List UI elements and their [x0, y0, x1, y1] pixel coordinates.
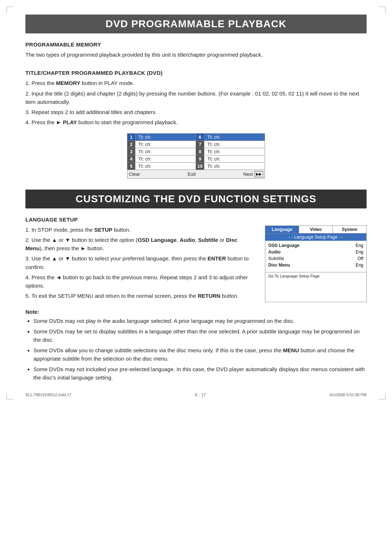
table-row: 2 Tt: ch: 7 Tt: ch:: [127, 141, 265, 148]
programmable-memory-desc: The two types of programmed playback pro…: [25, 50, 367, 59]
note-heading: Note:: [25, 309, 39, 315]
title-chapter-steps: 1. Press the MEMORY button in PLAY mode.…: [25, 79, 367, 126]
lang-step-2: 2. Use the ▲ or ▼ button to select the o…: [25, 236, 256, 253]
panel-rows: OSD Language Eng Audio Eng Subtitle Off …: [265, 241, 366, 270]
row-label-r: Tt: ch:: [204, 133, 265, 141]
customize-section-title: CUSTOMIZING THE DVD FUNCTION SETTINGS: [33, 193, 359, 205]
row-num: 1: [127, 133, 135, 141]
title-chapter-section: TITLE/CHAPTER PROGRAMMED PLAYBACK (DVD) …: [25, 70, 367, 178]
language-panel: Language Video System - - Language Setup…: [265, 226, 367, 302]
title-chapter-heading: TITLE/CHAPTER PROGRAMMED PLAYBACK (DVD): [25, 70, 367, 76]
note-list: Some DVDs may not play in the audio lang…: [25, 317, 367, 382]
programming-table: 1 Tt: ch: 6 Tt: ch: 2 Tt: ch: 7 Tt: ch:: [127, 133, 265, 170]
row-label-r: Tt: ch:: [204, 155, 265, 162]
row-label: Tt: ch:: [135, 162, 196, 170]
audio-value: Eng: [356, 249, 363, 255]
page: DVD PROGRAMMABLE PLAYBACK PROGRAMMABLE M…: [0, 0, 392, 406]
table-clear-label: Clear: [129, 171, 140, 177]
table-row: 5 Tt: ch: 10 Tt: ch:: [127, 162, 265, 170]
language-step-list: 1. In STOP mode, press the SETUP button.…: [25, 226, 256, 300]
panel-footer-link: Go To Language Setup Page: [265, 272, 366, 280]
panel-row-osd: OSD Language Eng: [265, 242, 366, 249]
lang-step-4: 4. Press the ◄ button to go back to the …: [25, 273, 256, 290]
note-item-2: Some DVDs may be set to display subtitle…: [33, 328, 367, 344]
table-row: 3 Tt: ch: 8 Tt: ch:: [127, 148, 265, 155]
row-label-r: Tt: ch:: [204, 141, 265, 148]
tab-system[interactable]: System: [333, 226, 366, 233]
row-num: 3: [127, 148, 135, 155]
step-3: 3. Repeat steps 2 to add additional titl…: [25, 108, 367, 116]
lang-step-3: 3. Use the ▲ or ▼ button to select your …: [25, 254, 256, 271]
discmenu-value: Eng: [356, 263, 363, 268]
panel-page-title: - - Language Setup Page - -: [265, 234, 366, 241]
corner-mark-tr: [379, 7, 385, 13]
table-next-area: Next ▶▶: [243, 171, 263, 177]
note-item-1: Some DVDs may not play in the audio lang…: [33, 317, 367, 325]
language-setup-heading: LANGUAGE SETUP: [25, 216, 367, 223]
row-label: Tt: ch:: [135, 148, 196, 155]
table-row: 1 Tt: ch: 6 Tt: ch:: [127, 133, 265, 141]
tab-video[interactable]: Video: [299, 226, 333, 233]
row-num-r: 9: [196, 155, 204, 162]
corner-mark-tl: [7, 7, 13, 13]
footer-right: 4/1/2008 5:01:00 PM: [330, 393, 367, 397]
row-num-r: 8: [196, 148, 204, 155]
dvd-section-banner: DVD PROGRAMMABLE PLAYBACK: [25, 15, 367, 33]
row-num-r: 7: [196, 141, 204, 148]
row-num-r: 10: [196, 162, 204, 170]
row-num-r: 6: [196, 133, 204, 141]
language-content: 1. In STOP mode, press the SETUP button.…: [25, 226, 367, 302]
note-section: Note: Some DVDs may not play in the audi…: [25, 309, 367, 382]
panel-tabs: Language Video System: [265, 226, 366, 234]
panel-row-audio: Audio Eng: [265, 249, 366, 255]
panel-row-subtitle: Subtitle Off: [265, 255, 366, 262]
step-2: 2. Input the title (2 digits) and chapte…: [25, 89, 367, 106]
language-setup-section: LANGUAGE SETUP 1. In STOP mode, press th…: [25, 216, 367, 302]
row-num: 2: [127, 141, 135, 148]
table-exit-label: Exit: [188, 171, 196, 177]
row-label-r: Tt: ch:: [204, 162, 265, 170]
language-steps: 1. In STOP mode, press the SETUP button.…: [25, 226, 256, 302]
audio-label: Audio: [268, 249, 356, 255]
lang-step-1: 1. In STOP mode, press the SETUP button.: [25, 226, 256, 234]
next-icon: ▶▶: [254, 171, 263, 177]
row-label: Tt: ch:: [135, 133, 196, 141]
note-item-3: Some DVDs allow you to change subtitle s…: [33, 346, 367, 363]
table-next-label: Next: [243, 171, 253, 177]
osd-label: OSD Language: [268, 243, 356, 248]
note-item-4: Some DVDs may not included your pre-sele…: [33, 365, 367, 382]
programming-table-wrapper: 1 Tt: ch: 6 Tt: ch: 2 Tt: ch: 7 Tt: ch:: [127, 133, 265, 179]
discmenu-label: Disc Menu: [268, 263, 356, 268]
corner-mark-bl: [7, 393, 13, 399]
subtitle-value: Off: [358, 256, 363, 261]
table-footer: Clear Exit Next ▶▶: [127, 170, 265, 179]
step-4: 4. Press the ► PLAY button to start the …: [25, 118, 367, 126]
programmable-memory-heading: PROGRAMMABLE MEMORY: [25, 41, 367, 48]
row-num: 5: [127, 162, 135, 170]
row-label: Tt: ch:: [135, 155, 196, 162]
table-row: 4 Tt: ch: 9 Tt: ch:: [127, 155, 265, 162]
footer-left: 811-798191W012.indd 17: [25, 393, 72, 397]
step-1: 1. Press the MEMORY button in PLAY mode.: [25, 79, 367, 87]
panel-row-discmenu: Disc Menu Eng: [265, 262, 366, 268]
page-footer: 811-798191W012.indd 17 E - 17 4/1/2008 5…: [25, 393, 367, 397]
programming-table-container: 1 Tt: ch: 6 Tt: ch: 2 Tt: ch: 7 Tt: ch:: [25, 133, 367, 179]
programmable-memory-section: PROGRAMMABLE MEMORY The two types of pro…: [25, 41, 367, 59]
footer-center: E - 17: [195, 393, 206, 397]
osd-value: Eng: [356, 243, 363, 248]
dvd-section-title: DVD PROGRAMMABLE PLAYBACK: [33, 18, 359, 30]
row-num: 4: [127, 155, 135, 162]
row-label: Tt: ch:: [135, 141, 196, 148]
customize-section-banner: CUSTOMIZING THE DVD FUNCTION SETTINGS: [25, 190, 367, 208]
corner-mark-br: [379, 393, 385, 399]
row-label-r: Tt: ch:: [204, 148, 265, 155]
subtitle-label: Subtitle: [268, 256, 358, 261]
tab-language[interactable]: Language: [265, 226, 299, 233]
lang-step-5: 5. To exit the SETUP MENU and return to …: [25, 292, 256, 300]
